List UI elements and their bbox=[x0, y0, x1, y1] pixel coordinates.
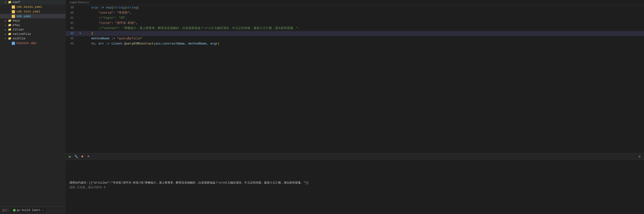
line-content-41: //"topic": "词", bbox=[83, 15, 644, 21]
scroll-button[interactable]: ≡ bbox=[86, 154, 91, 159]
line-num-46: 46 bbox=[66, 41, 78, 46]
yaml-icon-sdk-baidu bbox=[12, 5, 16, 9]
code-line-45: 45 methodName := "queryByTitle" bbox=[66, 36, 644, 41]
sidebar-label-sdk-baidu: sdk.baidu.yaml bbox=[16, 5, 42, 9]
sidebar-item-kfwl[interactable]: kfwl bbox=[0, 23, 66, 27]
main-area: conf sdk.baidu.yaml sdk.test.yaml sdk.ya… bbox=[0, 0, 644, 214]
bottom-content: 调用合约成功：[{"articles":"辛弃疾/清平乐·村居/词/茅檐低小，溪… bbox=[66, 160, 644, 214]
output-line-3 bbox=[70, 171, 640, 176]
sidebar-label-solfile: solFile bbox=[13, 37, 26, 40]
expand-arrow-litian bbox=[5, 28, 8, 31]
stop-button[interactable]: ■ bbox=[80, 154, 85, 159]
output-line-2 bbox=[70, 167, 640, 171]
line-content-46: tx, err := client.QueryEVMContract(acc,c… bbox=[83, 41, 644, 46]
bottom-panel-toolbar: ▶ 🔧 ■ ≡ bbox=[68, 154, 91, 159]
code-line-46: 46 tx, err := client.QueryEVMContract(ac… bbox=[66, 41, 644, 46]
line-num-39: 39 bbox=[66, 5, 78, 10]
sidebar-item-counter-abi[interactable]: Counter.abi bbox=[0, 41, 66, 45]
run-tab-close-button[interactable]: × bbox=[42, 209, 44, 212]
line-content-43: //"content": "茅檐低小，溪上青青草。醉里吴音相媚好，白发谁家翁媪？… bbox=[83, 26, 644, 31]
expand-arrow-kfwl bbox=[5, 24, 8, 27]
wrench-button[interactable]: 🔧 bbox=[74, 154, 79, 159]
line-num-44: 44 bbox=[66, 31, 78, 36]
breadcrumb-text: xuperChain() bbox=[70, 1, 90, 4]
bottom-panel-header: ▶ 🔧 ■ ≡ ⚙ bbox=[66, 153, 644, 160]
output-line-6: 进程 已完成，退出代码为 0 bbox=[70, 185, 640, 190]
line-num-45: 45 bbox=[66, 36, 78, 41]
gear-button[interactable]: ⚙ bbox=[637, 154, 642, 159]
sidebar-item-sdk-test[interactable]: sdk.test.yaml bbox=[0, 9, 66, 14]
line-num-43: 43 bbox=[66, 26, 78, 31]
code-view[interactable]: 39 args := map[string]string{ 40 "userid… bbox=[66, 5, 644, 153]
bottom-panel: ▶ 🔧 ■ ≡ ⚙ 调用合约成功：[{"articles":"辛弃疾/清平乐·村… bbox=[66, 153, 644, 214]
code-line-42: 42 "title": "清平乐·村居", bbox=[66, 21, 644, 26]
sidebar-label-sdk-yaml: sdk.yaml bbox=[16, 14, 31, 18]
expand-arrow-keys bbox=[5, 19, 8, 22]
line-content-42: "title": "清平乐·村居", bbox=[83, 21, 644, 26]
line-content-44: } bbox=[83, 31, 644, 36]
output-line-4 bbox=[70, 176, 640, 181]
sidebar-item-keys[interactable]: keys bbox=[0, 18, 66, 23]
sidebar-item-solfile[interactable]: solFile bbox=[0, 36, 66, 41]
sidebar-item-sdk-baidu[interactable]: sdk.baidu.yaml bbox=[0, 4, 66, 9]
folder-icon-conf bbox=[8, 0, 12, 4]
run-tab-icon bbox=[13, 209, 16, 212]
sidebar-tree: conf sdk.baidu.yaml sdk.test.yaml sdk.ya… bbox=[0, 0, 66, 206]
expand-arrow-conf bbox=[5, 1, 8, 4]
folder-icon-kfwl bbox=[8, 23, 12, 27]
run-button[interactable]: ▶ bbox=[68, 154, 73, 159]
sidebar-item-sdk-yaml[interactable]: sdk.yaml bbox=[0, 14, 66, 18]
output-line-1 bbox=[70, 162, 640, 167]
line-num-40: 40 bbox=[66, 10, 78, 15]
code-line-44: 44 ● } bbox=[66, 31, 644, 36]
output-line-5: 调用合约成功：[{"articles":"辛弃疾/清平乐·村居/词/茅檐低小，溪… bbox=[70, 181, 640, 185]
sidebar-label-nativefile: nativeFile bbox=[13, 32, 31, 36]
folder-icon-nativefile bbox=[8, 32, 12, 36]
sidebar-label-conf: conf bbox=[13, 0, 20, 4]
expand-arrow-nativefile bbox=[5, 33, 8, 36]
run-tab-label: go build learn bbox=[17, 209, 40, 212]
run-tab[interactable]: go build learn × bbox=[11, 208, 46, 212]
run-section: 运行: go build learn × bbox=[0, 206, 66, 214]
sidebar-label-counter-abi: Counter.abi bbox=[16, 41, 36, 45]
left-panel: conf sdk.baidu.yaml sdk.test.yaml sdk.ya… bbox=[0, 0, 66, 214]
abi-icon-counter bbox=[12, 41, 16, 45]
run-label-row: 运行: go build learn × bbox=[0, 208, 66, 213]
line-content-39: args := map[string]string{ bbox=[83, 5, 644, 10]
yaml-icon-sdk-test bbox=[12, 9, 16, 13]
line-num-41: 41 bbox=[66, 15, 78, 21]
folder-icon-solfile bbox=[8, 37, 12, 40]
folder-icon-keys bbox=[8, 19, 12, 22]
line-content-45: methodName := "queryByTitle" bbox=[83, 36, 644, 41]
code-line-41: 41 //"topic": "词", bbox=[66, 15, 644, 21]
sidebar-item-nativefile[interactable]: nativeFile bbox=[0, 32, 66, 36]
sidebar-item-conf[interactable]: conf bbox=[0, 0, 66, 4]
editor-area: xuperChain() 39 args := map[string]strin… bbox=[66, 0, 644, 153]
gutter-44: ● bbox=[78, 31, 83, 36]
sidebar-label-kfwl: kfwl bbox=[13, 23, 20, 27]
code-line-40: 40 "userid": "辛弃疾", bbox=[66, 10, 644, 15]
right-section: xuperChain() 39 args := map[string]strin… bbox=[66, 0, 644, 214]
sidebar-label-sdk-test: sdk.test.yaml bbox=[16, 10, 40, 13]
run-bar-label: 运行: bbox=[2, 208, 9, 212]
sidebar-label-keys: keys bbox=[13, 19, 20, 22]
code-line-43: 43 //"content": "茅檐低小，溪上青青草。醉里吴音相媚好，白发谁家… bbox=[66, 26, 644, 31]
breadcrumb: xuperChain() bbox=[66, 0, 644, 5]
folder-icon-litian bbox=[8, 28, 12, 31]
expand-arrow-solfile bbox=[5, 37, 8, 40]
sidebar-item-litian[interactable]: litian bbox=[0, 27, 66, 32]
line-num-42: 42 bbox=[66, 21, 78, 26]
yaml-icon-sdk bbox=[12, 14, 16, 18]
code-line-39: 39 args := map[string]string{ bbox=[66, 5, 644, 10]
sidebar-label-litian: litian bbox=[13, 28, 24, 31]
line-content-40: "userid": "辛弃疾", bbox=[83, 10, 644, 15]
